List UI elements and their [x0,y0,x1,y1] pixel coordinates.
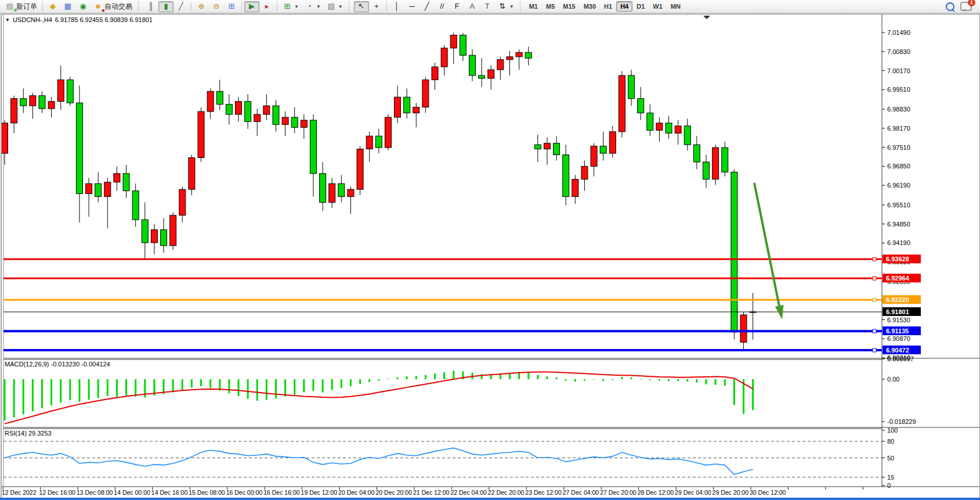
template-icon[interactable]: ▤▼ [324,1,346,12]
svg-text:0.00: 0.00 [887,376,899,383]
dropdown-caret-icon[interactable]: ▼ [338,4,343,9]
svg-text:6.97510: 6.97510 [887,144,910,151]
svg-text:29 Dec 20:00: 29 Dec 20:00 [713,489,749,496]
svg-text:30 Dec 12:00: 30 Dec 12:00 [750,489,786,496]
toolbar-grip [520,2,522,11]
svg-text:100: 100 [887,427,898,434]
crosshair-icon[interactable]: + [369,1,384,12]
template-icon: ▤ [327,2,336,11]
channel-icon[interactable]: // [435,1,450,12]
svg-text:6.90472: 6.90472 [886,347,909,354]
chart-canvas[interactable]: 7.014907.008307.001706.995106.988306.981… [1,14,980,498]
toolbar-separator [241,2,242,11]
toolbar-grip [349,2,351,11]
chart-shift-icon[interactable]: ▸ [259,1,274,12]
timeframe-m15[interactable]: M15 [559,1,579,12]
svg-text:22 Dec 04:00: 22 Dec 04:00 [450,489,487,496]
svg-text:7.01490: 7.01490 [887,29,910,36]
candlestick-chart-icon[interactable]: ▮ [158,1,173,12]
dropdown-caret-icon[interactable]: ▼ [509,4,514,9]
signals-icon[interactable]: ◉ [75,1,91,12]
svg-text:20 Dec 20:00: 20 Dec 20:00 [376,489,413,496]
new-order-icon: ▤+ [5,2,15,11]
bar-chart-icon[interactable]: ║ [143,1,158,12]
auto-trading-button-label: 自动交易 [104,2,132,12]
svg-text:0.008097: 0.008097 [887,355,914,362]
toolbar-separator [386,2,387,11]
symbol-dropdown-icon[interactable]: ▼ [5,17,10,23]
candles-layer [2,33,757,350]
svg-text:22 Dec 20:00: 22 Dec 20:00 [488,489,525,496]
new-chart-icon: ⊞ [283,2,292,11]
svg-text:13 Dec 08:00: 13 Dec 08:00 [77,489,113,496]
svg-text:27 Dec 04:00: 27 Dec 04:00 [563,489,599,496]
timeframe-w1[interactable]: W1 [649,1,667,12]
auto-trading-icon: ■● [93,2,103,11]
timeframe-m5[interactable]: M5 [542,1,559,12]
crosshair-icon: + [372,2,381,11]
timeframe-h1[interactable]: H1 [600,1,616,12]
level-lines-layer[interactable]: 6.936286.929646.922206.911356.904726.918… [3,254,921,354]
svg-text:6.94850: 6.94850 [887,221,910,228]
svg-text:6.98170: 6.98170 [887,125,910,132]
line-chart-icon[interactable]: ╱ [173,1,189,12]
trendline-icon[interactable]: ╱ [420,1,435,12]
toolbar-separator [277,2,277,11]
svg-text:27 Dec 20:00: 27 Dec 20:00 [600,489,637,496]
horizontal-line-icon[interactable]: ─ [404,1,420,12]
tile-windows-icon[interactable]: ⊞ [224,1,239,12]
toolbar-separator [42,2,43,11]
svg-text:6.90870: 6.90870 [887,335,910,342]
new-order-button[interactable]: ▤+新订单 [2,1,40,12]
svg-text:15: 15 [887,474,894,481]
svg-text:6.94190: 6.94190 [887,239,910,246]
svg-text:14 Dec 00:00: 14 Dec 00:00 [114,489,150,496]
svg-text:0: 0 [887,482,891,489]
rsi-line [5,448,753,474]
label-icon[interactable]: T [480,1,495,12]
chart-shift-marker[interactable] [703,16,710,19]
time-axis[interactable]: 12 Dec 202212 Dec 16:0013 Dec 08:0014 De… [2,487,863,496]
vertical-line-icon[interactable]: │ [389,1,404,12]
top-toolbar: ▤+新订单◆▦◉■●自动交易║▮╱⊕⊖⊞▶▸⊞▼◔▼▤▼↖+│─╱//FAT⇅▼… [0,0,980,13]
chart-title-bar: ▼ USDCNH-,H4 6.91785 6.92455 6.90839 6.9… [5,16,153,23]
timeframe-m1[interactable]: M1 [525,1,542,12]
fibonacci-icon[interactable]: F [450,1,465,12]
reports-icon[interactable]: ▦ [60,1,75,12]
new-chart-icon[interactable]: ⊞▼ [280,1,302,12]
fibonacci-icon: F [453,2,462,11]
macd-pane: MACD(12,26,9) -0.013230 -0.0041240.00809… [5,355,916,425]
line-chart-icon: ╱ [176,2,186,11]
svg-text:21 Dec 12:00: 21 Dec 12:00 [413,489,450,496]
deposit-icon[interactable]: ◆ [45,1,60,12]
auto-scroll-icon[interactable]: ▶ [244,1,259,12]
search-icon[interactable] [946,2,954,11]
arrow-annotation[interactable] [754,183,784,319]
toolbar-right-group: 1 [946,2,978,11]
dropdown-caret-icon[interactable]: ▼ [316,4,321,9]
arrows-icon[interactable]: ⇅▼ [495,1,517,12]
timeframe-d1[interactable]: D1 [632,1,649,12]
tile-windows-icon: ⊞ [227,2,236,11]
rsi-label: RSI(14) 29.3253 [5,430,52,437]
timeframe-m30[interactable]: M30 [580,1,600,12]
auto-trading-button[interactable]: ■●自动交易 [91,1,135,12]
text-icon[interactable]: A [465,1,480,12]
zoom-in-icon: ⊕ [197,2,206,11]
svg-text:7.00170: 7.00170 [887,67,910,74]
dropdown-caret-icon[interactable]: ▼ [294,4,299,9]
svg-text:6.96850: 6.96850 [887,163,910,170]
cursor-icon[interactable]: ↖ [354,1,369,12]
horizontal-line-icon: ─ [407,2,417,11]
chat-icon[interactable]: 1 [960,2,972,11]
timeframe-mn[interactable]: MN [667,1,685,12]
svg-text:19 Dec 12:00: 19 Dec 12:00 [301,489,338,496]
svg-text:6.92964: 6.92964 [886,275,910,282]
zoom-out-icon[interactable]: ⊖ [209,1,224,12]
zoom-in-icon[interactable]: ⊕ [194,1,209,12]
timeframe-h4[interactable]: H4 [616,1,632,12]
svg-text:-0.018229: -0.018229 [887,418,916,425]
svg-text:14 Dec 16:00: 14 Dec 16:00 [151,489,188,496]
bottom-edge-strip [0,498,980,500]
period-icon[interactable]: ◔▼ [302,1,324,12]
